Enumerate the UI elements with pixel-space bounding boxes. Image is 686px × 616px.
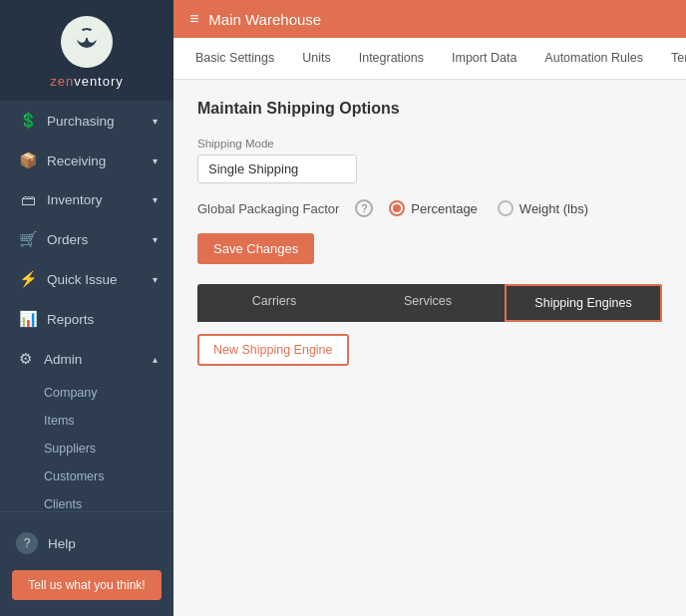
gear-icon: ⚙ [16,350,34,368]
chevron-icon: ▾ [153,155,158,166]
chevron-up-icon: ▴ [153,354,158,365]
tab-integrations[interactable]: Integrations [345,38,438,80]
admin-label: Admin [44,352,82,367]
chevron-icon: ▾ [153,234,158,245]
svg-point-3 [83,30,91,38]
menu-icon[interactable]: ≡ [189,10,198,28]
orders-icon: 🛒 [19,230,37,248]
logo-circle [61,16,113,68]
sidebar-item-label: Quick Issue [47,272,118,287]
shipping-mode-select[interactable]: Single Shipping [197,154,357,183]
sidebar-item-label: Inventory [47,192,103,207]
sidebar-bottom: ? Help Tell us what you think! [0,511,173,616]
inner-tab-shipping-engines[interactable]: Shipping Engines [505,284,662,322]
radio-circle-percentage [389,200,405,216]
inner-tabbar: Carriers Services Shipping Engines [197,284,662,322]
sidebar-item-receiving[interactable]: 📦 Receiving ▾ [0,141,173,180]
sidebar-item-reports[interactable]: 📊 Reports [0,299,173,339]
sidebar-item-admin[interactable]: ⚙ Admin ▴ [0,339,173,379]
chevron-icon: ▾ [153,116,158,127]
sidebar: zenventory 💲 Purchasing ▾ 📦 Receiving ▾ … [0,0,173,616]
help-label: Help [48,536,76,551]
feedback-button[interactable]: Tell us what you think! [12,570,162,600]
sidebar-sub-item-company[interactable]: Company [0,379,173,407]
tab-import-data[interactable]: Import Data [438,38,530,80]
sidebar-item-label: Receiving [47,154,106,168]
sidebar-item-label: Orders [47,232,88,247]
logo-ventory: ventory [74,74,124,89]
tab-automation-rules[interactable]: Automation Rules [530,38,657,80]
shipping-mode-group: Shipping Mode Single Shipping [197,138,662,183]
sidebar-item-label: Purchasing [47,114,115,129]
topbar-title: Main Warehouse [208,11,321,28]
sidebar-item-purchasing[interactable]: 💲 Purchasing ▾ [0,101,173,141]
save-changes-button[interactable]: Save Changes [197,233,314,264]
chevron-icon: ▾ [153,274,158,285]
sidebar-item-quick-issue[interactable]: ⚡ Quick Issue ▾ [0,259,173,299]
radio-group: Percentage Weight (lbs) [389,200,588,216]
radio-weight[interactable]: Weight (lbs) [498,200,588,216]
packaging-factor-row: Global Packaging Factor ? Percentage Wei… [197,199,662,217]
shipping-mode-label: Shipping Mode [197,138,662,150]
inventory-icon: 🗃 [19,191,37,208]
reports-icon: 📊 [19,310,37,328]
sidebar-item-label: Reports [47,312,94,327]
sidebar-sub-item-customers[interactable]: Customers [0,462,173,490]
tab-units[interactable]: Units [288,38,344,80]
inner-tab-carriers[interactable]: Carriers [197,284,351,322]
sidebar-logo: zenventory [0,0,173,101]
content-area: Maintain Shipping Options Shipping Mode … [173,80,686,616]
radio-percentage[interactable]: Percentage [389,200,478,216]
sidebar-item-inventory[interactable]: 🗃 Inventory ▾ [0,180,173,219]
quick-issue-icon: ⚡ [19,270,37,288]
tabbar: Basic Settings Units Integrations Import… [173,38,686,80]
sidebar-nav: 💲 Purchasing ▾ 📦 Receiving ▾ 🗃 Inventory… [0,101,173,511]
tab-templates[interactable]: Templates [657,38,686,80]
inner-tab-services[interactable]: Services [351,284,505,322]
help-circle-icon[interactable]: ? [355,199,373,217]
box-icon: 📦 [19,152,37,169]
radio-circle-weight [498,200,514,216]
chevron-icon: ▾ [153,194,158,205]
sidebar-item-help[interactable]: ? Help [0,522,173,564]
packaging-factor-label: Global Packaging Factor [197,201,339,216]
dollar-icon: 💲 [19,112,37,130]
sidebar-sub-item-clients[interactable]: Clients [0,490,173,511]
logo-zen: zen [50,74,74,89]
sidebar-item-orders[interactable]: 🛒 Orders ▾ [0,219,173,259]
sidebar-sub-item-items[interactable]: Items [0,407,173,435]
main-content: ≡ Main Warehouse Basic Settings Units In… [173,0,686,616]
sidebar-sub-item-suppliers[interactable]: Suppliers [0,435,173,462]
logo-text: zenventory [50,74,124,89]
section-title: Maintain Shipping Options [197,100,662,118]
tab-basic-settings[interactable]: Basic Settings [181,38,288,80]
new-shipping-engine-button[interactable]: New Shipping Engine [197,334,349,366]
shipping-mode-select-wrap: Single Shipping [197,154,662,183]
topbar: ≡ Main Warehouse [173,0,686,38]
help-icon: ? [16,532,38,554]
